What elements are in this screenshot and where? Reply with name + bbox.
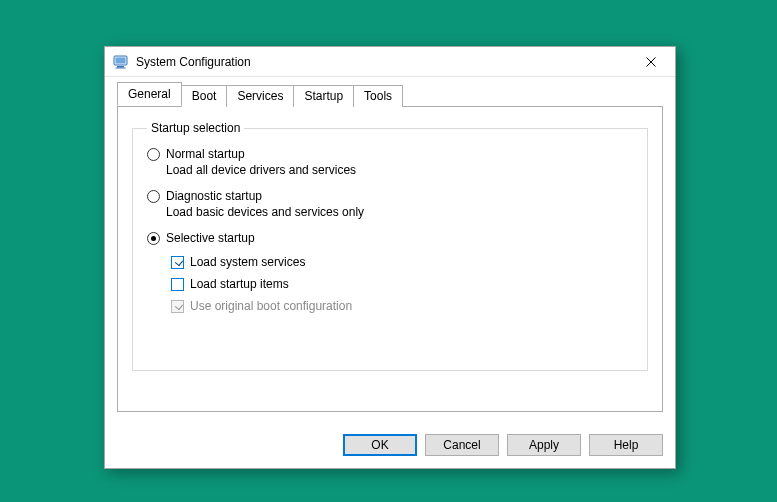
apply-button[interactable]: Apply bbox=[507, 434, 581, 456]
system-configuration-dialog: System Configuration General Boot Servic… bbox=[104, 46, 676, 469]
tab-page-general: Startup selection Normal startup Load al… bbox=[117, 107, 663, 412]
radio-label: Diagnostic startup bbox=[166, 189, 262, 203]
close-icon bbox=[646, 57, 656, 67]
svg-rect-2 bbox=[117, 66, 124, 68]
checkbox-use-original-boot: Use original boot configuration bbox=[171, 299, 633, 313]
group-legend: Startup selection bbox=[147, 121, 244, 135]
checkbox-load-startup-items[interactable]: Load startup items bbox=[171, 277, 633, 291]
tab-startup[interactable]: Startup bbox=[293, 85, 354, 107]
tab-tools[interactable]: Tools bbox=[353, 85, 403, 107]
radio-diagnostic-startup[interactable]: Diagnostic startup bbox=[147, 189, 633, 203]
tab-strip: General Boot Services Startup Tools bbox=[117, 85, 663, 107]
ok-button[interactable]: OK bbox=[343, 434, 417, 456]
radio-icon bbox=[147, 190, 160, 203]
normal-startup-desc: Load all device drivers and services bbox=[166, 163, 633, 177]
radio-icon bbox=[147, 148, 160, 161]
checkbox-label: Load system services bbox=[190, 255, 305, 269]
checkbox-load-system-services[interactable]: Load system services bbox=[171, 255, 633, 269]
window-title: System Configuration bbox=[136, 55, 629, 69]
checkbox-icon bbox=[171, 256, 184, 269]
radio-label: Normal startup bbox=[166, 147, 245, 161]
checkbox-icon bbox=[171, 278, 184, 291]
checkbox-label: Use original boot configuration bbox=[190, 299, 352, 313]
radio-normal-startup[interactable]: Normal startup bbox=[147, 147, 633, 161]
svg-rect-1 bbox=[116, 57, 126, 63]
radio-selective-startup[interactable]: Selective startup bbox=[147, 231, 633, 245]
svg-rect-3 bbox=[116, 67, 126, 68]
dialog-body: General Boot Services Startup Tools Star… bbox=[105, 77, 675, 424]
close-button[interactable] bbox=[629, 48, 673, 76]
title-bar: System Configuration bbox=[105, 47, 675, 77]
help-button[interactable]: Help bbox=[589, 434, 663, 456]
radio-icon bbox=[147, 232, 160, 245]
cancel-button[interactable]: Cancel bbox=[425, 434, 499, 456]
tab-general[interactable]: General bbox=[117, 82, 182, 106]
radio-label: Selective startup bbox=[166, 231, 255, 245]
app-icon bbox=[113, 54, 129, 70]
dialog-button-row: OK Cancel Apply Help bbox=[105, 424, 675, 468]
tab-boot[interactable]: Boot bbox=[181, 85, 228, 107]
checkbox-label: Load startup items bbox=[190, 277, 289, 291]
diagnostic-startup-desc: Load basic devices and services only bbox=[166, 205, 633, 219]
startup-selection-group: Startup selection Normal startup Load al… bbox=[132, 121, 648, 371]
tab-services[interactable]: Services bbox=[226, 85, 294, 107]
checkbox-icon bbox=[171, 300, 184, 313]
